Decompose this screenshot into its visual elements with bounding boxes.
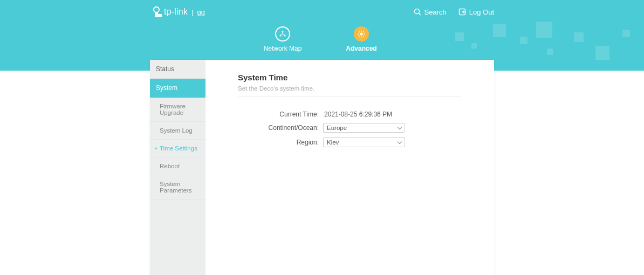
page-title: System Time (238, 73, 462, 82)
logout-button[interactable]: Log Out (458, 8, 494, 16)
search-icon (414, 8, 421, 16)
svg-line-14 (359, 36, 359, 36)
continent-label: Continent/Ocean: (238, 124, 323, 132)
sidebar-time-label: Time Settings (160, 145, 197, 152)
sidebar-item-status[interactable]: Status (150, 60, 205, 79)
sidebar-item-system[interactable]: System (150, 79, 205, 98)
tab-advanced-label: Advanced (346, 45, 376, 52)
sidebar: Status System Firmware Upgrade System Lo… (150, 60, 205, 275)
tab-network-map[interactable]: Network Map (259, 26, 306, 58)
svg-point-6 (360, 33, 363, 36)
main-panel: Status System Firmware Upgrade System Lo… (150, 60, 494, 275)
sidebar-status-label: Status (156, 65, 174, 73)
continent-select[interactable]: Europe (323, 123, 405, 133)
svg-line-11 (359, 31, 359, 32)
brand-model: gg (197, 8, 204, 16)
search-button[interactable]: Search (414, 8, 447, 16)
page-description: Set the Deco's system time. (238, 85, 462, 97)
sidebar-item-system-parameters[interactable]: System Parameters (150, 175, 205, 200)
svg-line-13 (363, 31, 364, 32)
region-label: Region: (238, 139, 323, 146)
sidebar-firmware-label: Firmware Upgrade (160, 103, 186, 116)
chevron-down-icon (398, 139, 402, 143)
tplink-logo-icon (150, 5, 163, 18)
sidebar-item-system-log[interactable]: System Log (150, 122, 205, 140)
svg-line-1 (419, 13, 421, 16)
region-select[interactable]: Kiev (323, 138, 405, 147)
main-nav: Network Map Adv (0, 24, 644, 58)
brand-logo: tp-link | gg (150, 5, 205, 18)
sidebar-params-label: System Parameters (160, 181, 191, 194)
logout-icon (458, 8, 466, 16)
search-label: Search (424, 8, 447, 16)
tab-advanced[interactable]: Advanced (338, 26, 385, 58)
brand-name: tp-link (164, 7, 188, 17)
sidebar-system-label: System (156, 84, 177, 92)
content-area: System Time Set the Deco's system time. … (205, 60, 494, 275)
advanced-icon (354, 26, 369, 42)
svg-point-0 (414, 9, 419, 14)
brand-divider: | (191, 8, 193, 16)
chevron-down-icon (398, 125, 402, 129)
current-time-value: 2021-08-25 6:29:36 PM (323, 111, 392, 118)
network-map-icon (275, 26, 290, 42)
sidebar-item-reboot[interactable]: Reboot (150, 157, 205, 175)
sidebar-syslog-label: System Log (160, 127, 193, 134)
continent-value: Europe (327, 125, 347, 131)
tab-network-map-label: Network Map (264, 45, 302, 52)
logout-label: Log Out (469, 8, 494, 16)
sidebar-item-firmware-upgrade[interactable]: Firmware Upgrade (150, 98, 205, 122)
svg-line-12 (363, 36, 364, 36)
current-time-label: Current Time: (238, 111, 323, 118)
sidebar-item-time-settings[interactable]: Time Settings (150, 140, 205, 157)
region-value: Kiev (327, 139, 339, 146)
sidebar-reboot-label: Reboot (160, 163, 180, 169)
